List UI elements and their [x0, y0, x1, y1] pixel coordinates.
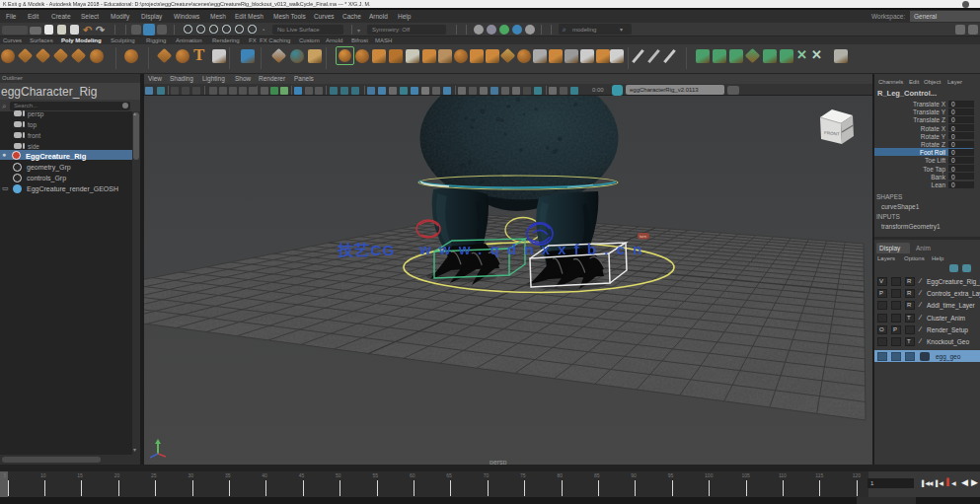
svg-text:turn: turn [640, 234, 646, 239]
svg-text:技艺CG: 技艺CG [337, 242, 395, 258]
svg-text:www.qdnxxfb.cn: www.qdnxxfb.cn [418, 241, 649, 257]
